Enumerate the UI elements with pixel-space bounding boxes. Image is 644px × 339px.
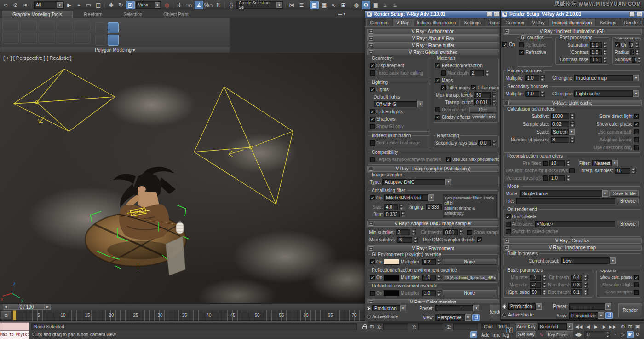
spinner[interactable]: [492, 99, 496, 105]
play-animation-icon[interactable]: ▶: [592, 323, 600, 330]
render-button[interactable]: Render: [490, 305, 501, 319]
ao-radius-field[interactable]: 10.0: [630, 49, 634, 55]
lc-subdivs-field[interactable]: 1000: [551, 113, 569, 119]
rollout-authorization[interactable]: +V-Ray:: Authorization: [367, 29, 499, 35]
chevron-down-icon[interactable]: ▼: [569, 129, 575, 135]
tab-indirect-illumination[interactable]: Indirect illumination: [549, 19, 596, 26]
primary-multiplier-field[interactable]: 1.0: [525, 75, 539, 81]
hsph-subdivs-field[interactable]: 50: [530, 289, 541, 295]
frame-back-arrow-icon[interactable]: ◀: [3, 304, 9, 310]
secondary-rays-bias-field[interactable]: 0.0: [478, 140, 491, 146]
ao-on-checkbox[interactable]: [615, 42, 620, 47]
minimize-icon[interactable]: _: [487, 12, 492, 17]
spinner[interactable]: [570, 121, 575, 127]
close-icon[interactable]: □: [494, 12, 500, 17]
chevron-down-icon[interactable]: ▼: [610, 257, 616, 264]
listener-script-row[interactable]: Max to Physc:: [0, 331, 29, 339]
rollout-environment[interactable]: −V-Ray:: Environment: [367, 245, 499, 251]
spinner[interactable]: [492, 140, 496, 146]
use-dmc-thresh-checkbox[interactable]: [477, 237, 482, 242]
aa-filter-dropdown[interactable]: Mitchell-Netravali▼: [384, 194, 434, 201]
spinner[interactable]: [492, 92, 496, 98]
tab-vray[interactable]: V-Ray: [393, 19, 413, 26]
set-key-curve-icon[interactable]: ∿: [538, 331, 545, 338]
show-calc-phase-checkbox[interactable]: [634, 122, 639, 127]
schematic-view-icon[interactable]: ⊞: [339, 1, 348, 9]
curve-editor-icon[interactable]: ∿: [329, 1, 338, 9]
auto-key-key-icon[interactable]: ⚿: [504, 324, 516, 336]
render-setup-icon[interactable]: ⚙: [362, 1, 370, 9]
refr-multiplier-field[interactable]: 1.0: [422, 290, 436, 296]
spinner[interactable]: [412, 229, 416, 235]
ribbon-tool-button[interactable]: [95, 22, 106, 33]
dialog-title-bar[interactable]: V Render Setup: V-Ray Adv 2.10.01 _ □: [365, 11, 501, 18]
dialog-title-bar[interactable]: V Render Setup: V-Ray Adv 2.10.01 _ □: [501, 11, 644, 18]
vray-light-wireframe-right[interactable]: [194, 87, 293, 204]
chevron-down-icon[interactable]: ▼: [473, 305, 479, 311]
minimize-icon[interactable]: _: [629, 12, 635, 17]
spinner[interactable]: [570, 113, 575, 119]
spinner[interactable]: [485, 70, 489, 76]
ribbon-tool-button[interactable]: [38, 33, 55, 44]
selection-set-dropdown[interactable]: Selected ▼: [538, 323, 573, 330]
maxscript-mini-listener[interactable]: Max to Physc:: [0, 322, 29, 339]
chevron-down-icon[interactable]: ▼: [633, 90, 639, 97]
nrm-thresh-field[interactable]: 0.3: [571, 282, 582, 288]
lc-mode-dropdown[interactable]: Single frame▼: [520, 190, 608, 197]
rollout-caustics[interactable]: +V-Ray:: Caustics: [503, 238, 642, 244]
spinner[interactable]: [437, 290, 441, 296]
spinner[interactable]: [635, 42, 639, 48]
absolute-mode-icon[interactable]: ⊞: [368, 323, 375, 330]
chevron-down-icon[interactable]: ▼: [417, 101, 423, 107]
time-slider-label[interactable]: 0 / 100: [9, 304, 45, 310]
rollout-light-cache[interactable]: −V-Ray:: Light cache: [503, 100, 642, 106]
quick-render-icon[interactable]: ♨: [391, 1, 399, 9]
interp-samples-field[interactable]: 10: [615, 168, 630, 174]
ao-amount-field[interactable]: 0.8: [629, 42, 633, 48]
tab-common[interactable]: Common: [502, 19, 528, 26]
select-by-name-icon[interactable]: ≡: [75, 1, 83, 9]
offset-mode-icon[interactable]: ▣: [470, 331, 477, 338]
ribbon-tool-button[interactable]: [38, 20, 55, 31]
chevron-down-icon[interactable]: ▼: [428, 194, 434, 201]
im-show-calc-phase-checkbox[interactable]: [634, 275, 639, 280]
ribbon-tab-graphite-modeling-tools[interactable]: Graphite Modeling Tools: [2, 11, 73, 18]
ribbon-tool-button[interactable]: [2, 20, 19, 31]
saturation-field[interactable]: 1.0: [590, 42, 602, 48]
field-of-view-icon[interactable]: ▷: [619, 331, 627, 338]
spinner[interactable]: [635, 49, 639, 55]
spinner[interactable]: [437, 275, 441, 281]
dont-delete-checkbox[interactable]: [506, 214, 511, 219]
chevron-down-icon[interactable]: ▼: [605, 303, 611, 310]
chevron-down-icon[interactable]: ▼: [612, 160, 618, 166]
use-directions-only-checkbox[interactable]: [634, 145, 639, 150]
chevron-down-icon[interactable]: ▼: [276, 2, 282, 8]
force-back-face-culling-checkbox[interactable]: [370, 70, 375, 76]
select-and-link-icon[interactable]: ∞: [1, 1, 10, 9]
sampler-type-dropdown[interactable]: Adaptive DMC▼: [382, 179, 451, 185]
spinner[interactable]: [542, 282, 546, 288]
spinner-snap-icon[interactable]: ⇅: [214, 1, 223, 9]
ribbon-tool-button[interactable]: [74, 33, 91, 44]
align-icon[interactable]: ≣: [297, 1, 306, 9]
ribbon-tool-button[interactable]: [20, 33, 37, 44]
tab-settings[interactable]: Settings: [596, 19, 620, 26]
ribbon-tab-freeform[interactable]: Freeform: [74, 11, 113, 18]
chevron-down-icon[interactable]: ▼: [445, 179, 451, 185]
ribbon-tab-selection[interactable]: Selection: [113, 11, 152, 18]
select-and-scale-icon[interactable]: ◰: [126, 1, 135, 9]
shadows-checkbox[interactable]: [370, 117, 375, 122]
gi-env-on-checkbox[interactable]: [370, 259, 375, 264]
render-production-icon[interactable]: ♨: [381, 1, 390, 9]
switch-saved-cache-checkbox[interactable]: [506, 229, 511, 234]
browse-button[interactable]: Browse: [617, 198, 639, 204]
lc-passes-field[interactable]: 8: [551, 137, 569, 143]
edit-named-selection-sets-icon[interactable]: {}: [227, 1, 236, 9]
listener-macro-row[interactable]: [0, 322, 29, 331]
transp-cutoff-field[interactable]: 0.001: [474, 99, 491, 105]
spinner[interactable]: [540, 75, 545, 81]
time-slider[interactable]: ◀ 0 / 100 ▶: [3, 304, 51, 310]
ribbon-tool-button[interactable]: [74, 20, 91, 31]
lc-file-field[interactable]: [516, 198, 615, 204]
gi-env-color-swatch[interactable]: [384, 259, 399, 265]
